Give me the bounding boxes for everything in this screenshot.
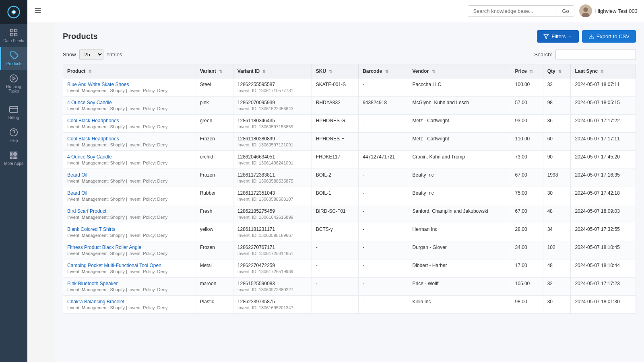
svg-point-26 [583,7,588,12]
cell-qty-11: 32 [543,278,571,296]
cell-barcode-8: - [359,223,408,241]
cell-price-9: 34.00 [511,241,543,259]
cell-vendor-7: Sanford, Champlin and Jakubowski [408,205,511,223]
product-sub-11: Invent. Management: Shopify | Invent. Po… [67,287,192,292]
table-search: Search: [534,49,636,60]
table-search-input[interactable] [555,49,636,60]
table-row: Cool Black Headphones Invent. Management… [63,133,636,151]
sidebar-item-running-tasks[interactable]: Running Tasks [0,70,27,97]
cell-vendor-0: Pacocha LLC [408,78,511,97]
cell-last-sync-1: 2024-05-07 18:05:15 [571,97,636,115]
sidebar-item-products-label: Products [6,62,22,66]
sidebar-item-data-feeds[interactable]: Data Feeds [0,24,27,47]
product-link-3[interactable]: Cool Black Headphones [67,136,119,142]
export-button[interactable]: Export to CSV [582,30,636,43]
knowledge-search-input[interactable] [468,6,557,16]
product-sub-0: Invent. Management: Shopify | Invent. Po… [67,88,192,93]
table-row: Chakra Balancing Bracelet Invent. Manage… [63,296,636,314]
menu-icon[interactable] [34,6,42,16]
cell-last-sync-11: 2024-05-07 17:17:23 [571,278,636,296]
product-link-4[interactable]: 4 Ounce Soy Candle [67,154,112,160]
header-actions: Filters Export to CSV [537,30,636,43]
sidebar-item-help[interactable]: Help [0,124,27,147]
col-header-vendor[interactable]: Vendor ⇅ [408,64,511,78]
cell-sku-2: HPHONES-G [312,115,358,133]
svg-rect-21 [16,157,17,159]
col-header-variant[interactable]: Variant ⇅ [196,64,233,78]
cell-variant-id-11: 12861525590083 Invent. ID: 1306097238022… [233,278,312,296]
col-header-qty[interactable]: Qty ⇅ [543,64,571,78]
sidebar-item-products[interactable]: Products [0,47,27,70]
table-row: Camping Pocket Multi-Functional Tool Ope… [63,259,636,278]
col-header-barcode[interactable]: Barcode ⇅ [359,64,408,78]
cell-barcode-11: - [359,278,408,296]
cell-price-6: 75.00 [511,187,543,205]
cell-last-sync-7: 2024-05-07 18:09:03 [571,205,636,223]
sort-icon-vendor: ⇅ [432,69,435,74]
product-sub-7: Invent. Management: Shopify | Invent. Po… [67,215,192,220]
topbar: Go Highview Test 003 [27,0,644,22]
product-link-11[interactable]: Pink Bluetooth Speaker [67,281,118,286]
entries-select[interactable]: 25 50 100 [79,49,103,60]
product-link-1[interactable]: 4 Ounce Soy Candle [67,100,112,105]
filters-button[interactable]: Filters [537,30,578,43]
svg-rect-14 [13,152,14,154]
knowledge-search-button[interactable]: Go [557,6,574,16]
col-header-sku[interactable]: SKU ⇅ [312,64,358,78]
cell-last-sync-2: 2024-05-07 17:17:22 [571,115,636,133]
product-sub-12: Invent. Management: Shopify | Invent. Po… [67,305,192,310]
cell-qty-5: 1998 [543,169,571,187]
svg-rect-19 [10,157,12,159]
product-link-12[interactable]: Chakra Balancing Bracelet [67,299,124,304]
cell-barcode-10: - [359,259,408,278]
download-icon [588,34,594,39]
cell-variant-id-12: 12862239735875 Invent. ID: 1306169520134… [233,296,312,314]
product-link-6[interactable]: Beard Oil [67,190,87,196]
cell-product-2: Cool Black Headphones Invent. Management… [63,115,196,133]
product-sub-5: Invent. Management: Shopify | Invent. Po… [67,179,192,183]
col-header-variant-id[interactable]: Variant ID ⇅ [233,64,312,78]
cell-vendor-11: Price - Wolff [408,278,511,296]
cell-variant-8: yellow [196,223,233,241]
product-link-5[interactable]: Beard Oil [67,172,87,178]
cell-vendor-5: Beatty Inc [408,169,511,187]
product-link-0[interactable]: Blue And White Skate Shoes [67,82,129,87]
cell-product-8: Blank Colored T Shirts Invent. Managemen… [63,223,196,241]
cell-barcode-4: 447127471721 [359,151,408,169]
svg-rect-20 [13,157,14,159]
sidebar-item-billing[interactable]: Billing [0,101,27,124]
app-logo[interactable] [0,0,27,24]
cell-sku-9: - [312,241,358,259]
cell-vendor-1: McGlynn, Kuhn and Lesch [408,97,511,115]
cell-price-7: 67.00 [511,205,543,223]
svg-rect-18 [16,154,17,156]
col-header-last-sync[interactable]: Last Sync ⇅ [571,64,636,78]
cell-product-9: Fitness Product Black Roller Angle Inven… [63,241,196,259]
product-link-9[interactable]: Fitness Product Black Roller Angle [67,245,141,250]
cell-variant-id-6: 12861172351043 Invent. ID: 1306058850310… [233,187,312,205]
product-link-2[interactable]: Cool Black Headphones [67,118,119,123]
cell-last-sync-3: 2024-05-07 17:17:11 [571,133,636,151]
cell-qty-0: 32 [543,78,571,97]
cell-vendor-2: Metz - Cartwright [408,115,511,133]
cell-variant-7: Fresh [196,205,233,223]
product-link-7[interactable]: Bird Scarf Product [67,208,106,214]
product-link-8[interactable]: Blank Colored T Shirts [67,226,116,232]
cell-product-3: Cool Black Headphones Invent. Management… [63,133,196,151]
col-header-price[interactable]: Price ⇅ [511,64,543,78]
sidebar-item-more-apps[interactable]: More Apps [0,147,27,170]
user-menu[interactable]: Highview Test 003 [579,4,638,17]
cell-sku-3: HPHONES-F [312,133,358,151]
cell-sku-5: BOIL-2 [312,169,358,187]
svg-rect-16 [10,154,12,156]
grid-icon [9,28,18,37]
cell-product-12: Chakra Balancing Bracelet Invent. Manage… [63,296,196,314]
cell-product-1: 4 Ounce Soy Candle Invent. Management: S… [63,97,196,115]
cell-vendor-12: Kirlin Inc [408,296,511,314]
col-header-product[interactable]: Product ⇅ [63,64,196,78]
product-link-10[interactable]: Camping Pocket Multi-Functional Tool Ope… [67,263,161,268]
svg-rect-3 [14,29,17,32]
table-row: Blue And White Skate Shoes Invent. Manag… [63,78,636,97]
play-circle-icon [9,74,18,83]
cell-variant-id-0: 12862255595587 Invent. ID: 1306171057773… [233,78,312,97]
